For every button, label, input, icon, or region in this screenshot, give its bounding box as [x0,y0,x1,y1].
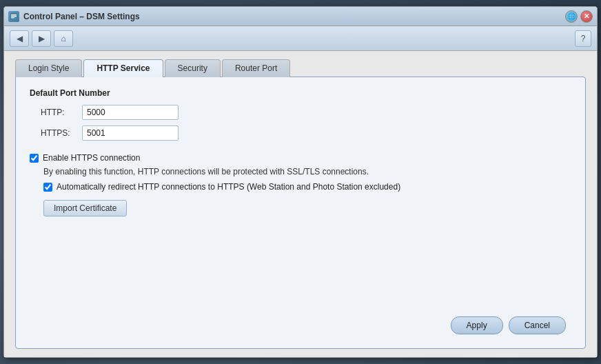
enable-https-checkbox[interactable] [30,154,39,163]
close-button[interactable]: ✕ [580,10,593,23]
main-window: Control Panel – DSM Settings 🌐 ✕ ◀ ▶ ⌂ ?… [3,6,598,358]
content-area: Login Style HTTP Service Security Router… [4,51,597,357]
enable-https-label: Enable HTTPS connection [43,153,140,163]
toolbar: ◀ ▶ ⌂ ? [4,26,597,51]
http-port-input[interactable] [82,105,179,120]
globe-button[interactable]: 🌐 [565,10,578,23]
help-button[interactable]: ? [575,30,591,47]
title-bar: Control Panel – DSM Settings 🌐 ✕ [4,7,597,26]
section-title: Default Port Number [30,88,571,98]
https-port-input[interactable] [82,125,179,141]
svg-rect-2 [11,16,17,17]
enable-https-row: Enable HTTPS connection [30,153,571,163]
back-button[interactable]: ◀ [10,30,29,47]
cancel-button[interactable]: Cancel [509,316,566,334]
https-port-row: HTTPS: [30,125,571,141]
tab-security[interactable]: Security [165,59,221,77]
https-label: HTTPS: [41,128,82,138]
window-controls: 🌐 ✕ [565,10,593,23]
svg-rect-1 [11,14,17,15]
http-label: HTTP: [41,108,82,117]
app-icon [8,11,19,22]
http-port-row: HTTP: [30,105,571,120]
auto-redirect-label: Automatically redirect HTTP connections … [57,182,400,192]
auto-redirect-checkbox[interactable] [43,183,52,192]
tab-router-port[interactable]: Router Port [222,59,290,77]
home-button[interactable]: ⌂ [54,30,73,47]
apply-button[interactable]: Apply [451,316,503,334]
tab-bar: Login Style HTTP Service Security Router… [15,59,586,77]
auto-redirect-row: Automatically redirect HTTP connections … [30,182,571,192]
import-cert-button[interactable]: Import Certificate [43,200,127,216]
tab-login-style[interactable]: Login Style [15,59,82,77]
panel-content: Default Port Number HTTP: HTTPS: Enable … [15,77,586,349]
forward-button[interactable]: ▶ [32,30,51,47]
tab-http-service[interactable]: HTTP Service [83,59,163,77]
window-title: Control Panel – DSM Settings [23,12,561,21]
https-info-text: By enabling this function, HTTP connecti… [30,167,571,176]
button-bar: Apply Cancel [30,310,571,337]
svg-rect-3 [11,17,14,18]
